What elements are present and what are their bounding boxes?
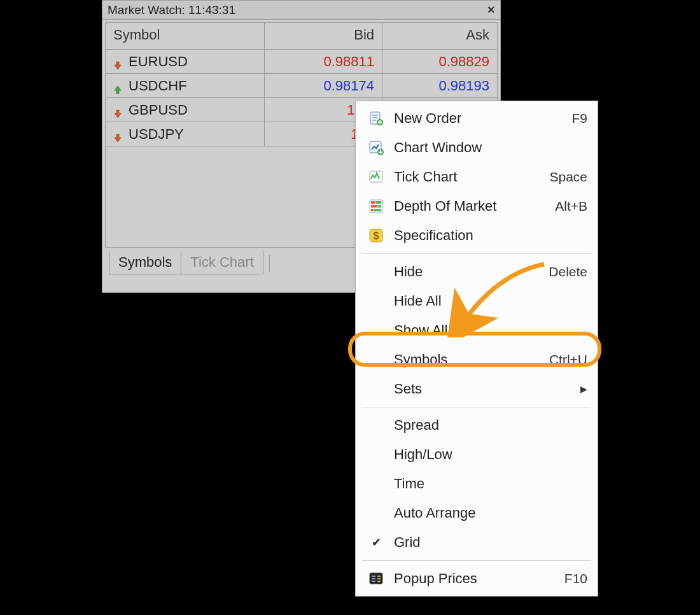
menu-item-label: Hide <box>390 264 549 280</box>
bid-value: 0.98174 <box>265 74 382 97</box>
symbol-label: EURUSD <box>129 53 188 70</box>
icon-slot-empty <box>362 292 390 310</box>
menu-item-label: Hide All <box>390 293 587 309</box>
close-icon[interactable]: ✕ <box>487 4 495 16</box>
menu-item-label: Specification <box>390 227 587 244</box>
svg-rect-10 <box>371 209 374 211</box>
menu-item-chart-window[interactable]: Chart Window <box>357 133 596 162</box>
svg-rect-9 <box>377 205 381 208</box>
menu-item-label: Tick Chart <box>390 169 549 185</box>
menu-item-time[interactable]: Time <box>357 469 596 498</box>
ask-value: 0.98829 <box>382 50 497 73</box>
menu-item-show-all[interactable]: Show All <box>357 316 596 345</box>
menu-separator <box>362 560 591 561</box>
menu-shortcut: Ctrl+U <box>549 352 587 367</box>
menu-shortcut: F9 <box>571 111 587 126</box>
svg-text:$: $ <box>374 230 379 241</box>
popup-icon <box>362 570 390 588</box>
depth-icon <box>362 197 390 215</box>
menu-shortcut: F10 <box>564 571 587 586</box>
svg-rect-8 <box>371 205 377 208</box>
menu-item-tick-chart[interactable]: Tick Chart Space <box>357 162 596 192</box>
arrow-down-icon <box>113 130 122 139</box>
symbol-label: USDJPY <box>129 126 184 143</box>
svg-rect-6 <box>371 201 375 204</box>
check-icon: ✔ <box>362 534 390 551</box>
tab-symbols[interactable]: Symbols <box>109 251 181 274</box>
new-order-icon <box>362 110 390 127</box>
menu-item-auto-arrange[interactable]: Auto Arrange <box>357 498 596 528</box>
svg-rect-11 <box>374 209 381 211</box>
icon-slot-empty <box>362 322 390 339</box>
menu-separator <box>362 253 591 254</box>
symbol-label: USDCHF <box>129 78 187 94</box>
menu-item-label: Symbols <box>390 351 549 368</box>
menu-shortcut: Space <box>549 169 587 185</box>
icon-slot-empty <box>362 351 390 369</box>
menu-item-grid[interactable]: ✔ Grid <box>357 528 596 557</box>
submenu-arrow-icon: ▶ <box>580 384 587 394</box>
menu-item-popup-prices[interactable]: Popup Prices F10 <box>357 564 596 593</box>
menu-item-high-low[interactable]: High/Low <box>357 440 596 469</box>
menu-item-label: Show All <box>390 322 587 339</box>
menu-item-specification[interactable]: $ Specification <box>357 221 596 250</box>
tick-chart-icon <box>362 168 390 186</box>
menu-item-label: Popup Prices <box>390 570 564 587</box>
icon-slot-empty <box>362 416 390 434</box>
tab-tick-chart[interactable]: Tick Chart <box>181 251 263 274</box>
menu-shortcut: Delete <box>549 264 587 279</box>
panel-titlebar: Market Watch: 11:43:31 ✕ <box>102 1 500 20</box>
header-bid[interactable]: Bid <box>265 23 382 49</box>
menu-item-hide-all[interactable]: Hide All <box>357 286 596 316</box>
menu-item-label: New Order <box>390 110 571 127</box>
menu-item-symbols[interactable]: Symbols Ctrl+U <box>357 345 596 374</box>
menu-shortcut: Alt+B <box>555 199 587 214</box>
symbol-label: GBPUSD <box>129 102 188 118</box>
menu-item-label: Depth Of Market <box>390 198 555 215</box>
menu-item-hide[interactable]: Hide Delete <box>357 257 596 286</box>
arrow-down-icon <box>113 57 122 66</box>
header-symbol[interactable]: Symbol <box>106 23 265 49</box>
table-row[interactable]: USDCHF 0.98174 0.98193 <box>106 74 497 98</box>
menu-item-label: Time <box>390 476 587 492</box>
icon-slot-empty <box>362 380 390 398</box>
chart-window-icon <box>362 139 390 157</box>
spec-icon: $ <box>362 227 390 244</box>
menu-item-label: Grid <box>390 534 587 551</box>
table-row[interactable]: EURUSD 0.98811 0.98829 <box>106 50 497 74</box>
svg-rect-7 <box>375 201 381 204</box>
bid-value: 0.98811 <box>265 50 382 73</box>
menu-item-spread[interactable]: Spread <box>357 411 596 440</box>
table-header: Symbol Bid Ask <box>106 23 497 50</box>
menu-item-label: Sets <box>390 381 580 397</box>
menu-item-depth-of-market[interactable]: Depth Of Market Alt+B <box>357 192 596 221</box>
context-menu: New Order F9 Chart Window Tick Chart Spa… <box>355 101 598 597</box>
menu-item-label: Chart Window <box>390 139 587 156</box>
tab-separator <box>269 255 270 272</box>
header-ask[interactable]: Ask <box>382 23 497 49</box>
menu-item-label: Spread <box>390 417 587 434</box>
icon-slot-empty <box>362 263 390 281</box>
icon-slot-empty <box>362 475 390 493</box>
panel-title: Market Watch: 11:43:31 <box>108 3 487 17</box>
menu-item-sets[interactable]: Sets ▶ <box>357 374 596 404</box>
icon-slot-empty <box>362 446 390 463</box>
ask-value: 0.98193 <box>382 74 497 97</box>
menu-item-new-order[interactable]: New Order F9 <box>357 104 596 133</box>
menu-separator <box>362 407 591 407</box>
arrow-down-icon <box>113 106 122 115</box>
menu-item-label: High/Low <box>390 446 587 463</box>
arrow-up-icon <box>113 81 122 90</box>
icon-slot-empty <box>362 504 390 522</box>
menu-item-label: Auto Arrange <box>390 505 587 521</box>
